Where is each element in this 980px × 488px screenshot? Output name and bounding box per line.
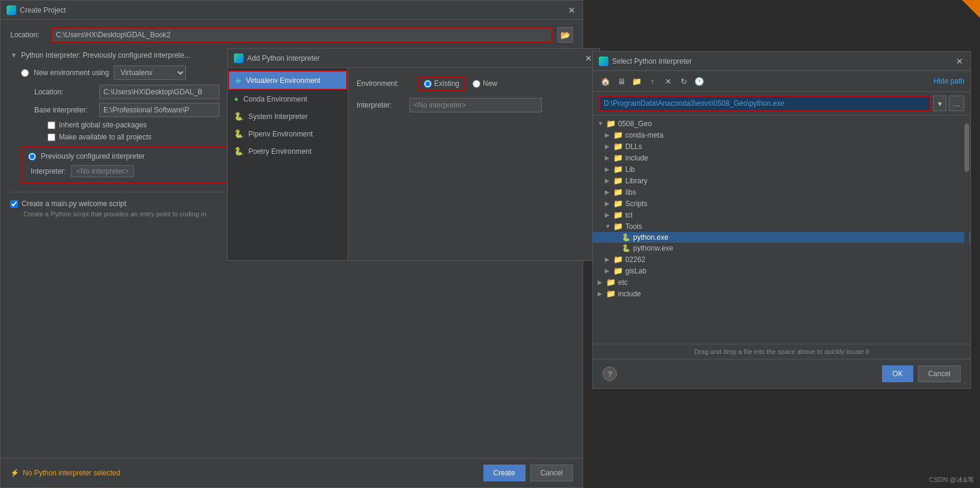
new-env-radio[interactable] (21, 69, 29, 77)
pycharm-logo (7, 5, 16, 15)
tree-item-label: tcl (625, 211, 632, 219)
expand-icon: ▶ (605, 132, 613, 138)
location-field-input[interactable] (99, 85, 219, 99)
create-btn[interactable]: Create (483, 465, 525, 481)
tree-item-gislab[interactable]: ▶ 📁 gisLab (593, 265, 970, 276)
system-interp-menu-item[interactable]: 🐍 System Interpreter (228, 108, 348, 125)
expand-icon: ▶ (605, 177, 613, 184)
computer-btn[interactable]: 🖥 (614, 75, 628, 88)
venv-menu-item[interactable]: ◈ Virtualenv Environment (228, 70, 348, 90)
tree-item-scripts[interactable]: ▶ 📁 Scripts (593, 198, 970, 209)
up-btn[interactable]: ↑ (646, 75, 659, 88)
select-interp-titlebar: Select Python Interpreter ✕ (593, 52, 970, 71)
tree-item-pythonw-exe[interactable]: 🐍 pythonw.exe (593, 243, 970, 254)
tree-item-label: python.exe (633, 233, 669, 242)
folder-icon: 📁 (613, 153, 623, 162)
new-label: New (483, 79, 497, 88)
new-radio[interactable] (473, 80, 480, 88)
tree-item-label: DLLs (625, 142, 642, 151)
prev-configured-label: Previously configured interpreter (41, 152, 145, 160)
expand-icon: ▶ (605, 154, 613, 161)
expand-icon: ▶ (598, 290, 606, 297)
location-folder-btn[interactable]: 📂 (557, 27, 573, 43)
folder-btn[interactable]: 📁 (630, 75, 643, 88)
select-interp-footer-btns: OK Cancel (882, 365, 961, 382)
folder-icon: 📁 (613, 222, 623, 231)
tree-item-conda-meta[interactable]: ▶ 📁 conda-meta (593, 129, 970, 141)
folder-icon: 📁 (606, 278, 616, 287)
tree-item-0508geo[interactable]: ▼ 📁 0508_Geo (593, 118, 970, 129)
cancel-btn[interactable]: Cancel (530, 465, 573, 481)
expand-icon: ▶ (605, 200, 613, 207)
select-interp-toolbar: 🏠 🖥 📁 ↑ ✕ ↻ 🕐 Hide path (593, 71, 970, 92)
scrollbar-thumb[interactable] (964, 124, 969, 172)
refresh-btn[interactable]: ↻ (677, 75, 690, 88)
pipenv-menu-item[interactable]: 🐍 Pipenv Environment (228, 125, 348, 142)
tree-item-label: 02262 (625, 255, 645, 264)
tree-item-libs[interactable]: ▶ 📁 libs (593, 186, 970, 198)
environment-row: Environment: Existing New (357, 76, 591, 91)
existing-option: Existing (418, 76, 465, 91)
select-interp-cancel-btn[interactable]: Cancel (918, 365, 961, 382)
conda-menu-item[interactable]: ● Conda Environment (228, 90, 348, 108)
conda-label: Conda Environment (243, 95, 307, 103)
tree-item-include[interactable]: ▶ 📁 include (593, 152, 970, 163)
tree-item-label: Tools (625, 222, 642, 231)
folder-icon: 📁 (606, 289, 616, 298)
tree-item-label: gisLab (625, 267, 646, 275)
drag-drop-hint: Drag and drop a file into the space abov… (593, 344, 970, 359)
path-dropdown-btn[interactable]: ▾ (933, 96, 946, 111)
expand-icon: ▼ (605, 223, 613, 230)
system-icon: 🐍 (234, 112, 243, 121)
hide-path-btn[interactable]: Hide path (934, 77, 964, 85)
create-main-label: Create a main.py welcome script (22, 200, 126, 208)
location-row: Location: 📂 (10, 27, 573, 43)
tree-item-label: pythonw.exe (633, 244, 673, 252)
tree-item-label: 0508_Geo (618, 120, 652, 128)
existing-radio[interactable] (424, 80, 432, 88)
home-btn[interactable]: 🏠 (599, 75, 612, 88)
toolbar-left: 🏠 🖥 📁 ↑ ✕ ↻ 🕐 (599, 75, 706, 88)
inherit-label: Inherit global site-packages (59, 121, 147, 129)
folder-icon: 📁 (613, 165, 623, 174)
tree-item-dlls[interactable]: ▶ 📁 DLLs (593, 141, 970, 152)
add-interp-body: ◈ Virtualenv Environment ● Conda Environ… (228, 68, 599, 260)
make-available-checkbox[interactable] (47, 133, 55, 141)
create-project-close-btn[interactable]: ✕ (567, 5, 577, 15)
tree-item-python-exe[interactable]: 🐍 python.exe (593, 232, 970, 243)
select-interp-ok-btn[interactable]: OK (882, 365, 913, 382)
create-project-titlebar: Create Project ✕ (1, 1, 583, 20)
select-interp-close-btn[interactable]: ✕ (955, 56, 964, 66)
file-icon: 🐍 (622, 233, 631, 242)
tree-item-library[interactable]: ▶ 📁 Library (593, 175, 970, 186)
select-interp-title: Select Python Interpreter (612, 57, 692, 66)
base-interp-input[interactable] (99, 103, 219, 117)
path-input[interactable] (599, 96, 931, 111)
environment-label: Environment: (357, 79, 411, 88)
tree-item-etc[interactable]: ▶ 📁 etc (593, 276, 970, 288)
interpreter-section-label: Python Interpreter: Previously configure… (21, 51, 190, 59)
tree-item-include2[interactable]: ▶ 📁 include (593, 288, 970, 299)
new-env-label: New environment using (34, 69, 109, 77)
inherit-checkbox[interactable] (47, 121, 55, 129)
venv-dropdown[interactable]: Virtualenv (114, 66, 186, 80)
history-btn[interactable]: 🕐 (693, 75, 706, 88)
path-more-btn[interactable]: … (949, 96, 964, 111)
delete-btn[interactable]: ✕ (661, 75, 675, 88)
interpreter-value-input[interactable] (409, 98, 542, 112)
tree-item-lib[interactable]: ▶ 📁 Lib (593, 163, 970, 175)
expand-icon: ▶ (605, 212, 613, 218)
create-main-checkbox[interactable] (10, 200, 18, 208)
tree-item-02262[interactable]: ▶ 📁 02262 (593, 254, 970, 265)
interpreter-label: Interpreter: (31, 167, 66, 175)
conda-icon: ● (234, 94, 239, 103)
prev-configured-radio[interactable] (28, 153, 36, 160)
location-input[interactable] (51, 27, 553, 43)
poetry-menu-item[interactable]: 🐍 Poetry Environment (228, 142, 348, 160)
expand-icon: ▶ (605, 166, 613, 172)
help-btn[interactable]: ? (602, 367, 617, 381)
create-project-footer: ⚡ No Python interpreter selected Create … (1, 458, 583, 487)
file-tree[interactable]: ▼ 📁 0508_Geo ▶ 📁 conda-meta ▶ 📁 DLLs ▶ 📁… (593, 115, 970, 344)
tree-item-tcl[interactable]: ▶ 📁 tcl (593, 209, 970, 221)
tree-item-tools[interactable]: ▼ 📁 Tools (593, 221, 970, 232)
